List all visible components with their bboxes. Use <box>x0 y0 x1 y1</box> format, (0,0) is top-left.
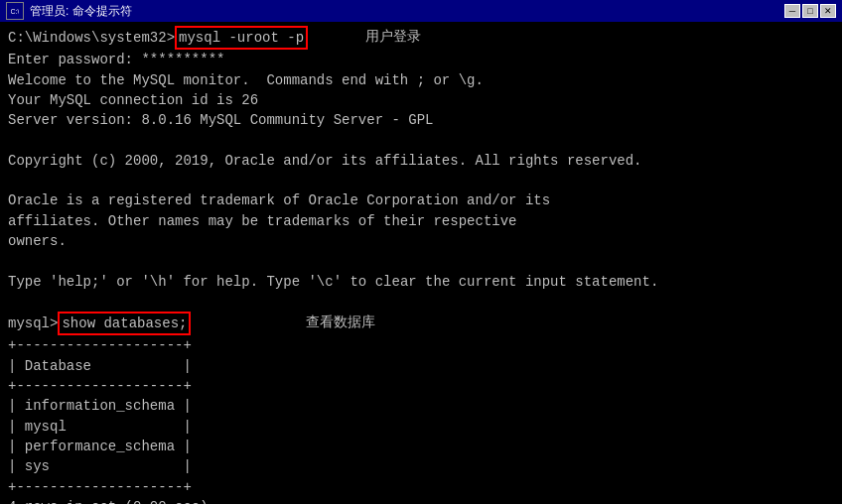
minimize-button[interactable]: ─ <box>784 4 800 18</box>
copyright-line: Copyright (c) 2000, 2019, Oracle and/or … <box>8 151 834 171</box>
login-command-line: C:\Windows\system32>mysql -uroot -p 用户登录 <box>8 26 834 50</box>
oracle-line1: Oracle is a registered trademark of Orac… <box>8 190 834 210</box>
table-header: | Database | <box>8 356 834 376</box>
oracle-line3: owners. <box>8 231 834 251</box>
table-row-1: | information_schema | <box>8 396 834 416</box>
window-controls: ─ □ ✕ <box>784 4 836 18</box>
table-top: +--------------------+ <box>8 335 834 355</box>
table-sep: +--------------------+ <box>8 376 834 396</box>
table-row-2: | mysql | <box>8 417 834 437</box>
blank-3 <box>8 251 834 271</box>
show-databases-line: mysql>show databases; 查看数据库 <box>8 312 834 335</box>
annotation-login: 用户登录 <box>365 26 421 46</box>
table-bottom: +--------------------+ <box>8 477 834 497</box>
table-row-3: | performance_schema | <box>8 437 834 456</box>
prompt-1: C:\Windows\system32> <box>8 28 175 48</box>
show-databases-command: show databases; <box>58 312 191 335</box>
blank-2 <box>8 171 834 190</box>
blank-4 <box>8 292 834 312</box>
help-line: Type 'help;' or '\h' for help. Type '\c'… <box>8 272 834 292</box>
maximize-button[interactable]: □ <box>802 4 818 18</box>
password-line: Enter password: ********** <box>8 50 834 69</box>
blank-1 <box>8 130 834 150</box>
window-title: 管理员: 命令提示符 <box>30 3 778 20</box>
app-icon: C:\ <box>6 2 24 20</box>
login-command: mysql -uroot -p <box>175 26 308 50</box>
terminal-window: C:\Windows\system32>mysql -uroot -p 用户登录… <box>0 22 842 504</box>
welcome-line: Welcome to the MySQL monitor. Commands e… <box>8 70 834 90</box>
table-row-4: | sys | <box>8 456 834 476</box>
prompt-2: mysql> <box>8 314 58 333</box>
connection-id-line: Your MySQL connection id is 26 <box>8 90 834 110</box>
rows-info: 4 rows in set (0.00 sec) <box>8 497 834 504</box>
close-button[interactable]: ✕ <box>820 4 836 18</box>
title-bar: C:\ 管理员: 命令提示符 ─ □ ✕ <box>0 0 842 22</box>
oracle-line2: affiliates. Other names may be trademark… <box>8 211 834 231</box>
annotation-show: 查看数据库 <box>306 312 375 331</box>
icon-label: C:\ <box>11 8 20 15</box>
server-version-line: Server version: 8.0.16 MySQL Community S… <box>8 110 834 130</box>
